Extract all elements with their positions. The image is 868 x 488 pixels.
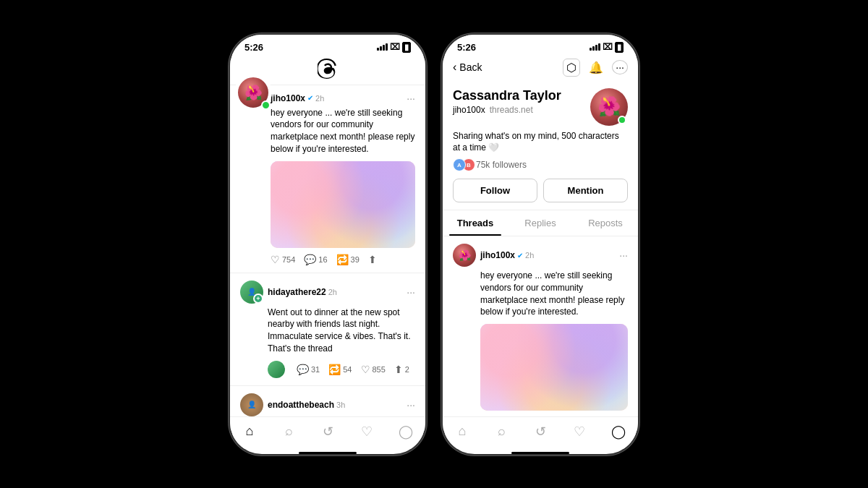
post-1-username-row: jiho100x ✔ 2h xyxy=(271,93,324,103)
post-2-comment-avatar xyxy=(268,361,285,378)
feed-phone1: 🌺 jiho100x ✔ 2h ··· hey everyone xyxy=(230,85,425,416)
notification-bell-icon[interactable]: 🔔 xyxy=(589,61,603,74)
post-3-username: endoatthebeach xyxy=(268,400,334,410)
post-3-header: 👤 endoatthebeach 3h ··· xyxy=(240,393,415,416)
profile-post-1-avatar-wrap: 🌺 xyxy=(453,244,476,267)
back-label: Back xyxy=(459,61,482,73)
post-3-avatar-wrap: 👤 xyxy=(240,393,263,416)
profile-domain: threads.net xyxy=(490,105,533,115)
post-1-text: hey everyone ... we're still seeking ven… xyxy=(240,107,415,155)
tab-threads[interactable]: Threads xyxy=(443,210,508,236)
status-bar-phone2: 5:26 ⌧ ▮ xyxy=(443,35,638,56)
profile-header-icons: ⬡ 🔔 ··· xyxy=(563,59,628,77)
post-2: 👤 + hidayathere22 2h ··· Went o xyxy=(230,273,425,386)
status-bar-phone1: 5:26 ⌧ ▮ xyxy=(230,35,425,56)
craft-image-sim2 xyxy=(480,324,628,411)
phone2-nav: ⌂ ⌕ ↺ ♡ ◯ xyxy=(443,416,638,449)
nav2-search-btn[interactable]: ⌕ xyxy=(490,423,513,440)
craft-image-sim xyxy=(271,161,415,248)
post-2-repost-btn[interactable]: 🔁 54 xyxy=(328,364,352,375)
threads-logo xyxy=(318,59,338,79)
phone2: 5:26 ⌧ ▮ ‹ Back ⬡ 🔔 ··· xyxy=(443,35,638,454)
more-icon[interactable]: ··· xyxy=(612,60,628,74)
post-1: jiho100x ✔ 2h ··· hey everyone ... we're… xyxy=(230,85,425,273)
tab-reposts[interactable]: Reposts xyxy=(573,210,638,236)
time-phone2: 5:26 xyxy=(457,42,476,53)
post-2-comment-btn[interactable]: 💬 31 xyxy=(297,364,320,375)
mention-button[interactable]: Mention xyxy=(543,179,628,202)
signal-icon xyxy=(377,43,388,51)
nav-compose-btn[interactable]: ↺ xyxy=(316,423,339,440)
nav-search-btn[interactable]: ⌕ xyxy=(277,423,300,440)
profile-name: Cassandra Taylor xyxy=(453,88,561,103)
signal-icon2 xyxy=(590,43,600,51)
share-icon: ⬆ xyxy=(368,254,377,265)
back-button[interactable]: ‹ Back xyxy=(453,61,482,74)
big-avatar-wrap[interactable]: 🌺 xyxy=(236,85,271,110)
nav2-profile-btn[interactable]: ◯ xyxy=(607,423,630,440)
profile-handle: jiho100x xyxy=(453,105,485,115)
post-2-text: Went out to dinner at the new spot nearb… xyxy=(240,307,415,355)
post-3-avatar: 👤 xyxy=(240,393,263,416)
profile-handle-row: jiho100x threads.net xyxy=(453,105,561,115)
post-1-comments: 16 xyxy=(318,255,327,264)
followers-count: 75k followers xyxy=(476,160,527,170)
profile-info: Cassandra Taylor jiho100x threads.net 🌺 … xyxy=(443,82,638,211)
profile-post-1-time: 2h xyxy=(525,251,534,260)
post-1-verified: ✔ xyxy=(307,94,313,102)
post-1-time: 2h xyxy=(315,94,324,103)
profile-text-info: Cassandra Taylor jiho100x threads.net xyxy=(453,88,561,115)
share-icon2: ⬆ xyxy=(394,364,403,375)
follower-avatars: A B xyxy=(453,158,472,171)
nav-profile-btn[interactable]: ◯ xyxy=(394,423,417,440)
follow-button[interactable]: Follow xyxy=(453,179,537,202)
post-2-username: hidayathere22 xyxy=(268,287,326,297)
post-2-more-btn[interactable]: ··· xyxy=(407,286,415,298)
nav-home-btn[interactable]: ⌂ xyxy=(238,423,261,440)
post-2-likes: 855 xyxy=(373,365,386,374)
home-indicator-phone2 xyxy=(511,452,569,454)
instagram-icon[interactable]: ⬡ xyxy=(563,59,580,77)
post-1-comment-btn[interactable]: 💬 16 xyxy=(304,254,327,265)
nav2-home-btn[interactable]: ⌂ xyxy=(451,423,474,440)
status-icons-phone1: ⌧ ▮ xyxy=(377,42,411,53)
profile-header-bar: ‹ Back ⬡ 🔔 ··· xyxy=(443,56,638,82)
profile-post-1: 🌺 jiho100x ✔ 2h ··· hey every xyxy=(443,236,638,416)
post-1-actions: ♡ 754 💬 16 🔁 39 ⬆ xyxy=(240,254,415,265)
battery-icon2: ▮ xyxy=(615,42,624,53)
post-1-share-btn[interactable]: ⬆ xyxy=(368,254,377,265)
post-1-more-btn[interactable]: ··· xyxy=(407,93,415,104)
profile-post-1-verified: ✔ xyxy=(517,252,523,260)
chevron-left-icon: ‹ xyxy=(453,61,456,74)
profile-post-1-username-row: jiho100x ✔ 2h xyxy=(480,250,534,260)
post-2-share-btn[interactable]: ⬆ 2 xyxy=(394,364,409,375)
nav2-compose-btn[interactable]: ↺ xyxy=(529,423,552,440)
profile-post-1-user-info: 🌺 jiho100x ✔ 2h xyxy=(453,244,534,267)
tab-replies[interactable]: Replies xyxy=(508,210,573,236)
post-2-reposts: 54 xyxy=(343,365,352,374)
profile-post-1-image xyxy=(480,324,628,411)
wifi-icon2: ⌧ xyxy=(603,42,613,52)
post-1-repost-btn[interactable]: 🔁 39 xyxy=(336,254,359,265)
post-3-user-info: 👤 endoatthebeach 3h xyxy=(240,393,345,416)
phones-container: 5:26 ⌧ ▮ xyxy=(230,35,638,454)
profile-post-1-header: 🌺 jiho100x ✔ 2h ··· xyxy=(453,244,628,267)
profile-post-1-more-btn[interactable]: ··· xyxy=(619,249,628,261)
post-3: 👤 endoatthebeach 3h ··· do u ever get pi… xyxy=(230,386,425,416)
post-3-more-btn[interactable]: ··· xyxy=(407,399,415,411)
repost-icon2: 🔁 xyxy=(328,364,341,375)
post-2-comments: 31 xyxy=(311,365,320,374)
profile-bio: Sharing what's on my mind, 500 character… xyxy=(453,130,628,155)
post-1-like-btn[interactable]: ♡ 754 xyxy=(271,254,295,265)
post-2-shares: 2 xyxy=(405,365,409,374)
follower-avatar-1: A xyxy=(453,158,466,171)
post-2-like-btn[interactable]: ♡ 855 xyxy=(361,364,386,375)
time-phone1: 5:26 xyxy=(244,42,263,53)
post-1-likes: 754 xyxy=(282,255,295,264)
battery-icon: ▮ xyxy=(402,42,411,53)
status-icons-phone2: ⌧ ▮ xyxy=(590,42,624,53)
post-2-actions: 💬 31 🔁 54 ♡ 855 ⬆ 2 xyxy=(240,361,415,378)
post-1-image xyxy=(271,161,415,248)
nav2-likes-btn[interactable]: ♡ xyxy=(568,423,591,440)
nav-likes-btn[interactable]: ♡ xyxy=(355,423,378,440)
